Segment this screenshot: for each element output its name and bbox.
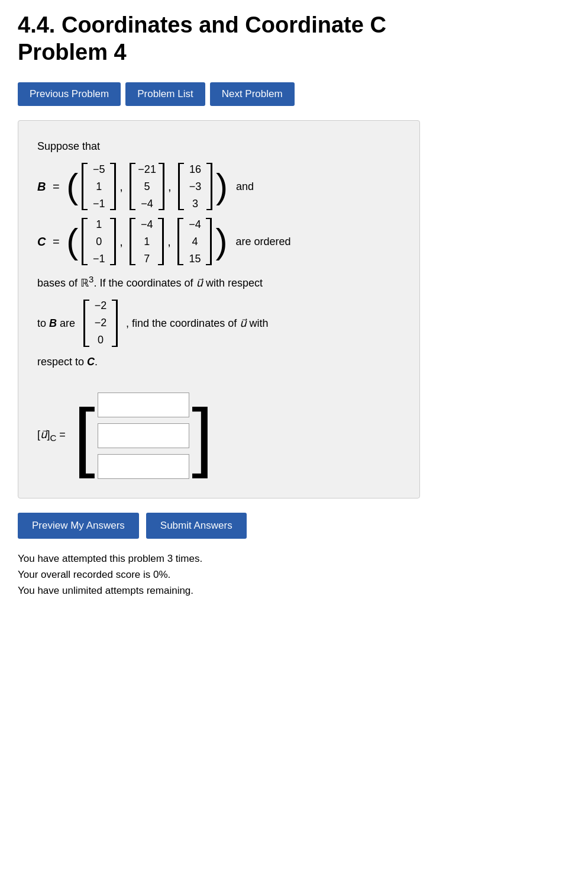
B-equation: B = ( −5 1 −1 , −21 5 −4 , bbox=[37, 162, 400, 212]
page-title: 4.4. Coordinates and Coordinate C Proble… bbox=[18, 12, 570, 66]
remaining-text: You have unlimited attempts remaining. bbox=[18, 583, 570, 599]
C-equation: C = ( 1 0 −1 , −4 1 7 , bbox=[37, 217, 400, 267]
next-problem-button[interactable]: Next Problem bbox=[210, 82, 295, 106]
score-text: Your overall recorded score is 0%. bbox=[18, 567, 570, 583]
answer-input-3[interactable] bbox=[98, 454, 189, 479]
answer-matrix: [ ] bbox=[74, 393, 213, 479]
problem-intro: Suppose that bbox=[37, 137, 400, 156]
submit-answers-button[interactable]: Submit Answers bbox=[146, 513, 247, 539]
answer-input-1[interactable] bbox=[98, 393, 189, 417]
answer-input-2[interactable] bbox=[98, 423, 189, 448]
preview-answers-button[interactable]: Preview My Answers bbox=[18, 513, 139, 539]
status-messages: You have attempted this problem 3 times.… bbox=[18, 551, 570, 599]
respect-C-text: respect to C. bbox=[37, 353, 400, 371]
prev-problem-button[interactable]: Previous Problem bbox=[18, 82, 121, 106]
attempts-text: You have attempted this problem 3 times. bbox=[18, 551, 570, 567]
coords-B-line: to B are −2 −2 0 , find the coordinates … bbox=[37, 298, 400, 348]
answer-label: [u⃗]C = bbox=[37, 426, 66, 445]
answer-area: [u⃗]C = [ ] bbox=[37, 393, 400, 479]
bases-text: bases of ℝ3. If the coordinates of u⃗ wi… bbox=[37, 272, 400, 292]
problem-box: Suppose that B = ( −5 1 −1 , −21 5 −4 bbox=[18, 120, 420, 498]
problem-list-button[interactable]: Problem List bbox=[125, 82, 205, 106]
nav-buttons: Previous Problem Problem List Next Probl… bbox=[18, 82, 570, 106]
bottom-buttons: Preview My Answers Submit Answers bbox=[18, 513, 570, 539]
